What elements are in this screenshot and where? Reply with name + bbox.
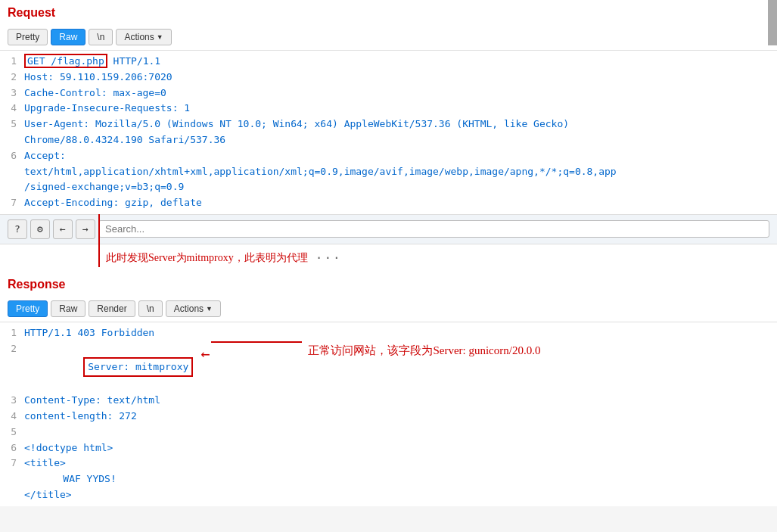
response-pretty-button[interactable]: Pretty bbox=[8, 300, 48, 317]
request-line-6: 6 Accept:text/html,application/xhtml+xml… bbox=[0, 148, 777, 195]
response-render-button[interactable]: Render bbox=[89, 300, 135, 317]
request-actions-chevron-icon: ▼ bbox=[157, 33, 163, 41]
request-line-7: 7 Accept-Encoding: gzip, deflate bbox=[0, 195, 777, 211]
request-line-4: 4 Upgrade-Insecure-Requests: 1 bbox=[0, 101, 777, 117]
ellipsis-icon: ··· bbox=[315, 250, 342, 265]
server-highlight: Server: mitmproxy bbox=[83, 357, 193, 378]
request-pretty-button[interactable]: Pretty bbox=[8, 29, 48, 45]
request-actions-button[interactable]: Actions ▼ bbox=[116, 29, 171, 45]
response-section: Response Pretty Raw Render \n Actions ▼ … bbox=[0, 272, 777, 506]
annotation-h-line bbox=[211, 341, 302, 343]
help-button[interactable]: ? bbox=[8, 219, 27, 239]
left-arrow-icon: ← bbox=[200, 341, 210, 366]
back-button[interactable]: ← bbox=[53, 219, 73, 239]
forward-button[interactable]: → bbox=[76, 219, 95, 239]
request-line-5: 5 User-Agent: Mozilla/5.0 (Windows NT 10… bbox=[0, 117, 777, 148]
request-toolbar: Pretty Raw \n Actions ▼ bbox=[0, 24, 777, 51]
request-annotation-text: 此时发现Server为mitmproxy，此表明为代理 bbox=[106, 251, 308, 265]
response-line-7: 7 <title> bbox=[0, 456, 777, 471]
request-newline-button[interactable]: \n bbox=[89, 29, 113, 45]
settings-button[interactable]: ⚙ bbox=[30, 219, 50, 239]
response-line-3: 3 Content-Type: text/html bbox=[0, 393, 777, 409]
forward-arrow-icon: → bbox=[82, 223, 89, 235]
response-actions-chevron-icon: ▼ bbox=[206, 305, 213, 313]
drag-handle[interactable] bbox=[768, 0, 777, 45]
response-newline-button[interactable]: \n bbox=[138, 300, 163, 317]
settings-icon: ⚙ bbox=[37, 223, 43, 235]
request-line-1: 1 GET /flag.php HTTP/1.1 bbox=[0, 54, 777, 70]
response-line-1: 1 HTTP/1.1 403 Forbidden bbox=[0, 325, 777, 341]
request-title: Request bbox=[0, 0, 777, 24]
request-annotation-row: 此时发现Server为mitmproxy，此表明为代理 ··· bbox=[0, 244, 777, 272]
response-annotation-text: 正常访问网站，该字段为Server: gunicorn/20.0.0 bbox=[308, 341, 540, 359]
back-arrow-icon: ← bbox=[60, 223, 66, 235]
response-line-6: 6 <!doctype html> bbox=[0, 440, 777, 456]
request-line-3: 3 Cache-Control: max-age=0 bbox=[0, 86, 777, 101]
annotation-vertical-line bbox=[98, 214, 100, 267]
response-line-8: </title> bbox=[0, 487, 777, 503]
search-input[interactable] bbox=[98, 220, 769, 238]
request-section: Request Pretty Raw \n Actions ▼ 1 GET /f… bbox=[0, 0, 777, 272]
help-icon: ? bbox=[14, 223, 20, 235]
response-line-4: 4 content-length: 272 bbox=[0, 409, 777, 425]
search-toolbar: ? ⚙ ← → bbox=[0, 214, 777, 244]
response-line-5: 5 bbox=[0, 425, 777, 440]
response-title: Response bbox=[0, 272, 777, 296]
request-actions-label: Actions bbox=[124, 32, 154, 42]
response-actions-button[interactable]: Actions ▼ bbox=[166, 300, 221, 317]
request-line-2: 2 Host: 59.110.159.206:7020 bbox=[0, 70, 777, 86]
response-line-7b: WAF YYDS! bbox=[0, 471, 777, 487]
response-code-area: 1 HTTP/1.1 403 Forbidden 2 Server: mitmp… bbox=[0, 322, 777, 506]
request-raw-button[interactable]: Raw bbox=[51, 29, 85, 45]
response-actions-label: Actions bbox=[174, 303, 204, 314]
request-highlight-get: GET /flag.php bbox=[24, 54, 107, 68]
response-toolbar: Pretty Raw Render \n Actions ▼ bbox=[0, 296, 777, 322]
response-line-2: 2 Server: mitmproxy ← 正常访问网站，该字段为Server:… bbox=[0, 341, 777, 393]
request-code-area: 1 GET /flag.php HTTP/1.1 2 Host: 59.110.… bbox=[0, 51, 777, 214]
response-raw-button[interactable]: Raw bbox=[51, 300, 85, 317]
